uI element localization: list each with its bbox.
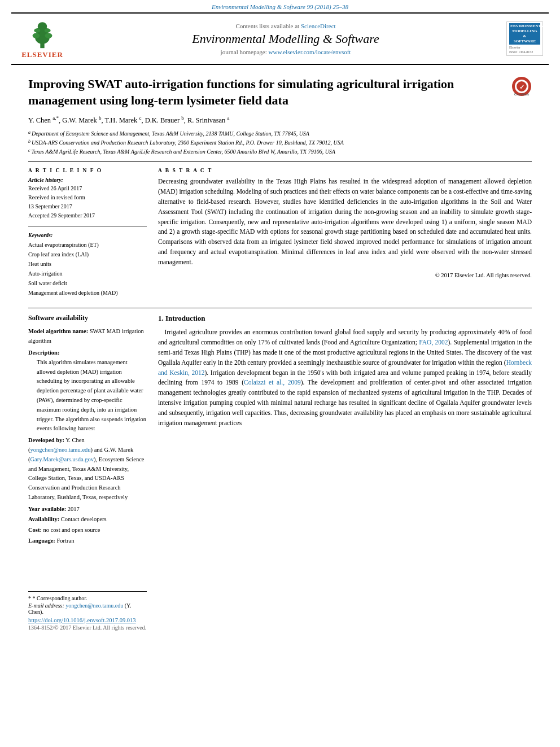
software-dev-label: Developed by: bbox=[28, 437, 64, 443]
software-name-row: Model algorithm name: SWAT MAD irrigatio… bbox=[28, 327, 147, 346]
svg-point-7 bbox=[45, 28, 51, 32]
software-content: Model algorithm name: SWAT MAD irrigatio… bbox=[28, 327, 147, 546]
keywords-group: Keywords: Actual evapotranspiration (ET)… bbox=[28, 232, 147, 298]
fao-link[interactable]: FAO, 2002 bbox=[419, 339, 448, 346]
svg-point-4 bbox=[33, 33, 40, 38]
article-history: Article history: Received 26 April 2017 … bbox=[28, 177, 147, 220]
software-column: Software availability Model algorithm na… bbox=[28, 314, 147, 631]
software-language-row: Language: Fortran bbox=[28, 536, 147, 546]
corresponding-author-note: * * Corresponding author. bbox=[28, 595, 147, 601]
journal-homepage: journal homepage: www.elsevier.com/locat… bbox=[68, 49, 504, 55]
software-name-label: Model algorithm name: bbox=[28, 328, 88, 334]
journal-center: Contents lists available at ScienceDirec… bbox=[68, 23, 504, 55]
accepted-date: Accepted 29 September 2017 bbox=[28, 211, 147, 220]
software-cost-row: Cost: no cost and open source bbox=[28, 526, 147, 535]
introduction-column: 1. Introduction Irrigated agriculture pr… bbox=[158, 314, 532, 631]
software-lang-label: Language: bbox=[28, 538, 55, 544]
main-content: Software availability Model algorithm na… bbox=[0, 308, 560, 642]
introduction-text: Irrigated agriculture provides an enormo… bbox=[158, 327, 532, 428]
crossmark-icon: ✓ CrossMark bbox=[511, 76, 532, 101]
author-email-link[interactable]: yongchen@neo.tamu.edu bbox=[65, 602, 123, 609]
chen-email-link[interactable]: yongchen@neo.tamu.edu bbox=[30, 447, 91, 453]
software-avail-value: Contact developers bbox=[61, 516, 107, 522]
article-title-row: Improving SWAT auto-irrigation functions… bbox=[28, 76, 532, 108]
right-logo-box: ENVIRONMENTALMODELLING &SOFTWARE Elsevie… bbox=[506, 21, 543, 56]
section-number: 1. bbox=[158, 314, 164, 322]
hornbeck-link[interactable]: Hornbeck and Keskin, 2012 bbox=[158, 359, 532, 376]
email-note: E-mail address: yongchen@neo.tamu.edu (Y… bbox=[28, 602, 147, 615]
section-title: Introduction bbox=[165, 314, 205, 322]
journal-header: ELSEVIER Contents lists available at Sci… bbox=[11, 12, 549, 65]
elsevier-tree-icon bbox=[25, 18, 59, 49]
software-lang-value: Fortran bbox=[56, 538, 74, 544]
svg-point-6 bbox=[34, 28, 40, 32]
keyword-6: Management allowed depletion (MAD) bbox=[28, 288, 147, 298]
software-year-label: Year available: bbox=[28, 506, 66, 512]
received-date: Received 26 April 2017 bbox=[28, 184, 147, 193]
journal-reference: Environmental Modelling & Software 99 (2… bbox=[0, 0, 560, 12]
affiliations: a Department of Ecosystem Science and Ma… bbox=[28, 129, 532, 156]
article-section: Improving SWAT auto-irrigation functions… bbox=[0, 65, 560, 308]
keyword-3: Heat units bbox=[28, 259, 147, 269]
article-info-label: A R T I C L E I N F O bbox=[28, 168, 147, 173]
received-revised-label: Received in revised form bbox=[28, 193, 147, 202]
affiliation-a: Department of Ecosystem Science and Mana… bbox=[32, 129, 309, 138]
software-title: Software availability bbox=[28, 314, 147, 322]
introduction-title: 1. Introduction bbox=[158, 314, 532, 323]
colaizzi-link[interactable]: Colaizzi et al., 2009 bbox=[244, 379, 301, 386]
svg-text:CrossMark: CrossMark bbox=[514, 93, 529, 96]
homepage-url[interactable]: www.elsevier.com/locate/envsoft bbox=[269, 49, 351, 55]
software-cost-label: Cost: bbox=[28, 527, 42, 533]
keyword-1: Actual evapotranspiration (ET) bbox=[28, 240, 147, 250]
science-direct-note: Contents lists available at ScienceDirec… bbox=[68, 23, 504, 29]
article-title: Improving SWAT auto-irrigation functions… bbox=[28, 76, 511, 108]
corresponding-label: * Corresponding author. bbox=[33, 595, 88, 601]
abstract-label: A B S T R A C T bbox=[158, 168, 532, 173]
header-divider bbox=[28, 161, 532, 162]
science-direct-link[interactable]: ScienceDirect bbox=[301, 23, 336, 29]
authors-line: Y. Chen a,*, G.W. Marek b, T.H. Marek c,… bbox=[28, 115, 532, 125]
software-dev-value: Y. Chen (yongchen@neo.tamu.edu) and G.W.… bbox=[28, 437, 145, 500]
article-info-column: A R T I C L E I N F O Article history: R… bbox=[28, 168, 147, 302]
marek-email-link[interactable]: Gary.Marek@ars.usda.gov bbox=[30, 456, 94, 462]
keywords-list: Actual evapotranspiration (ET) Crop leaf… bbox=[28, 240, 147, 298]
info-divider bbox=[28, 226, 147, 226]
software-year-value: 2017 bbox=[68, 506, 80, 512]
software-desc-label: Description: bbox=[28, 350, 59, 356]
affiliation-b: USDA-ARS Conservation and Production Res… bbox=[32, 138, 344, 147]
journal-title: Environmental Modelling & Software bbox=[68, 32, 504, 46]
software-availability-row: Availability: Contact developers bbox=[28, 515, 147, 525]
email-label: E-mail address: bbox=[28, 602, 64, 609]
revised-date: 13 September 2017 bbox=[28, 202, 147, 211]
main-columns: Software availability Model algorithm na… bbox=[28, 314, 532, 631]
software-developed-row: Developed by: Y. Chen (yongchen@neo.tamu… bbox=[28, 436, 147, 503]
software-year-row: Year available: 2017 bbox=[28, 505, 147, 514]
software-desc-value: This algorithm simulates management allo… bbox=[28, 358, 147, 434]
copyright-line: © 2017 Elsevier Ltd. All rights reserved… bbox=[158, 272, 532, 278]
affiliation-c: Texas A&M AgriLife Research, Texas A&M A… bbox=[32, 147, 335, 156]
article-meta-columns: A R T I C L E I N F O Article history: R… bbox=[28, 168, 532, 302]
software-description-row: Description: This algorithm simulates ma… bbox=[28, 348, 147, 434]
software-cost-value: no cost and open source bbox=[43, 527, 100, 533]
elsevier-logo: ELSEVIER bbox=[17, 18, 68, 59]
abstract-column: A B S T R A C T Decreasing groundwater a… bbox=[158, 168, 532, 302]
elsevier-brand-label: ELSEVIER bbox=[21, 50, 63, 59]
svg-point-5 bbox=[45, 33, 53, 38]
footnote-area: * * Corresponding author. E-mail address… bbox=[28, 591, 147, 631]
journal-logo-right: ENVIRONMENTALMODELLING &SOFTWARE Elsevie… bbox=[504, 21, 543, 56]
svg-text:✓: ✓ bbox=[519, 84, 524, 90]
keyword-4: Auto-irrigation bbox=[28, 269, 147, 278]
software-avail-label: Availability: bbox=[28, 516, 59, 522]
keyword-5: Soil water deficit bbox=[28, 278, 147, 288]
issn-line: 1364-8152/© 2017 Elsevier Ltd. All right… bbox=[28, 624, 147, 631]
keyword-2: Crop leaf area index (LAI) bbox=[28, 250, 147, 259]
abstract-text: Decreasing groundwater availability in t… bbox=[158, 177, 532, 267]
doi-link[interactable]: https://doi.org/10.1016/j.envsoft.2017.0… bbox=[28, 617, 147, 623]
footnote-star: * bbox=[28, 595, 33, 601]
